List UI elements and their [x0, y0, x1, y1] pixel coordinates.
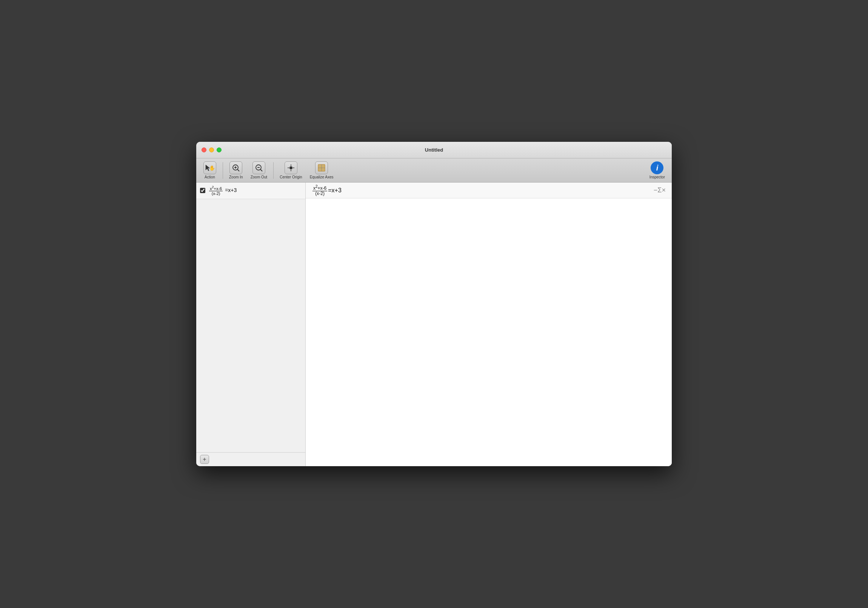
window-title: Untitled	[425, 147, 443, 153]
zoom-out-button[interactable]: Zoom Out	[248, 160, 270, 181]
title-bar: Untitled	[196, 142, 672, 158]
minimize-button[interactable]	[209, 147, 214, 152]
sigma-button[interactable]: −Σ×	[654, 186, 666, 194]
graph-area[interactable]: -5-4-3-2-1123450-4-3-2-11234xy	[306, 198, 672, 466]
zoom-in-button[interactable]: Zoom In	[226, 160, 246, 181]
equation-rhs: =x+3	[225, 187, 237, 193]
formula-fraction: x2+x-6 (x-2)	[313, 184, 327, 196]
zoom-out-label: Zoom Out	[251, 175, 267, 179]
svg-text:-4: -4	[446, 336, 451, 342]
inspector-button[interactable]: i Inspector	[646, 160, 668, 181]
equation-row[interactable]: x2+x-6 (x-2) =x+3	[196, 183, 305, 199]
formula-rhs: =x+3	[328, 187, 341, 194]
formula-bar: x2+x-6 (x-2) =x+3 −Σ×	[306, 183, 672, 198]
equalize-axes-button[interactable]: Equalize Axes	[307, 160, 336, 181]
equation-display: x2+x-6 (x-2) =x+3	[208, 186, 237, 196]
svg-text:1: 1	[581, 294, 584, 299]
equalize-axes-label: Equalize Axes	[310, 175, 333, 179]
svg-text:-1: -1	[550, 336, 555, 342]
svg-text:0: 0	[591, 336, 593, 342]
inspector-icon: i	[651, 161, 663, 174]
formula-numerator: x2+x-6	[313, 184, 327, 191]
center-origin-icon	[285, 161, 298, 174]
zoom-out-icon	[253, 161, 265, 174]
svg-text:-2: -2	[580, 408, 584, 413]
svg-text:-3: -3	[580, 446, 584, 451]
action-button[interactable]: ✋ Action	[200, 160, 220, 181]
formula-display: x2+x-6 (x-2) =x+3	[312, 184, 341, 196]
equation-numerator: x2+x-6	[209, 186, 223, 191]
zoom-in-icon	[229, 161, 242, 174]
toolbar: ✋ Action Zoom In	[196, 158, 672, 183]
sidebar-bottom	[196, 199, 305, 452]
close-button[interactable]	[202, 147, 206, 152]
sidebar: x2+x-6 (x-2) =x+3 +	[196, 183, 306, 466]
svg-line-8	[260, 169, 262, 171]
add-button-row: +	[196, 452, 305, 466]
toolbar-action-group: ✋ Action	[200, 160, 220, 181]
formula-denominator: (x-2)	[315, 191, 326, 196]
svg-text:-2: -2	[516, 336, 520, 342]
svg-text:2: 2	[581, 256, 584, 261]
toolbar-sep-2	[273, 162, 274, 179]
graph-svg: -5-4-3-2-1123450-4-3-2-11234xy	[306, 198, 672, 466]
toolbar-sep-1	[223, 162, 223, 179]
action-icon: ✋	[203, 161, 216, 174]
svg-text:✋: ✋	[209, 165, 215, 171]
svg-text:x: x	[660, 337, 663, 342]
svg-text:-3: -3	[481, 336, 485, 342]
svg-point-9	[290, 166, 293, 169]
main-window: Untitled ✋ Action	[196, 142, 672, 466]
traffic-lights	[202, 147, 222, 152]
svg-line-5	[237, 169, 239, 171]
svg-text:-1: -1	[580, 370, 584, 375]
equation-denominator: (x-2)	[211, 191, 221, 196]
equalize-axes-icon	[315, 161, 328, 174]
maximize-button[interactable]	[217, 147, 222, 152]
content-area: x2+x-6 (x-2) =x+3 + x2+x-6 (	[196, 183, 672, 466]
equation-checkbox[interactable]	[200, 188, 205, 193]
equation-fraction: x2+x-6 (x-2)	[209, 186, 223, 196]
center-origin-label: Center Origin	[280, 175, 302, 179]
zoom-in-label: Zoom In	[229, 175, 243, 179]
add-equation-button[interactable]: +	[200, 455, 209, 464]
svg-text:1: 1	[621, 336, 624, 342]
center-origin-button[interactable]: Center Origin	[277, 160, 305, 181]
svg-text:2: 2	[656, 336, 659, 342]
svg-text:-5: -5	[412, 336, 416, 342]
main-panel: x2+x-6 (x-2) =x+3 −Σ× -5-4-3-2-1123450-4…	[306, 183, 672, 466]
add-icon: +	[203, 456, 206, 463]
inspector-label: Inspector	[649, 175, 665, 179]
action-label: Action	[205, 175, 215, 179]
